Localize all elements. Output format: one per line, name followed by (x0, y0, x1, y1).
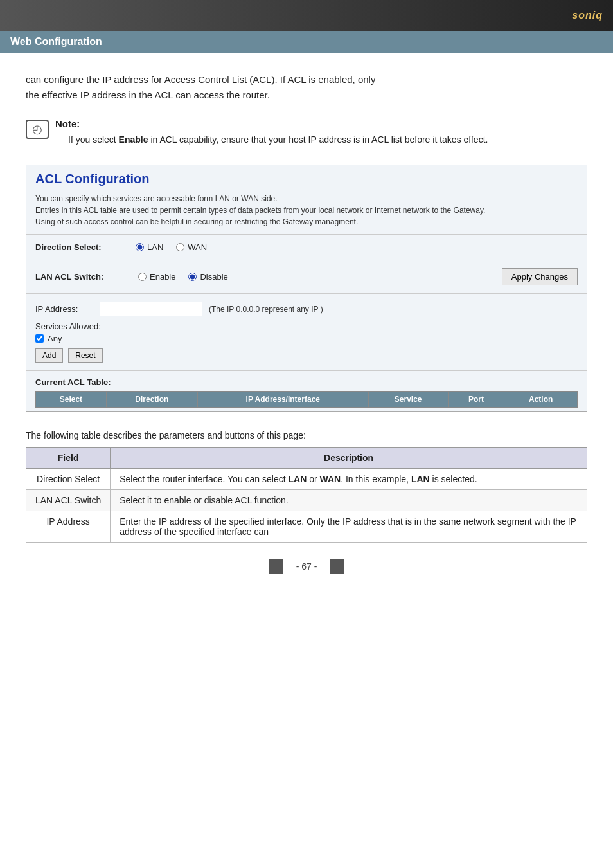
note-content: Note: If you select Enable in ACL capabi… (55, 118, 488, 147)
table-row: IP Address Enter the IP address of the s… (26, 511, 587, 543)
current-acl-table-section: Current ACL Table: Select Direction IP A… (26, 371, 587, 411)
field-ip-address: IP Address (26, 511, 111, 543)
direction-select-row: Direction Select: LAN WAN (26, 235, 587, 260)
desc-direction-select: Select the router interface. You can sel… (111, 469, 587, 490)
direction-select-label: Direction Select: (35, 242, 125, 252)
ip-address-input[interactable] (100, 302, 202, 316)
apply-changes-button[interactable]: Apply Changes (502, 268, 578, 285)
footer-square-left (269, 559, 283, 574)
lan-acl-disable-radio[interactable] (188, 273, 197, 281)
header-bar: soniq (0, 0, 613, 31)
any-checkbox-row: Any (35, 334, 578, 343)
page-footer: - 67 - (26, 549, 587, 584)
table-row: Direction Select Select the router inter… (26, 469, 587, 490)
ip-address-row: IP Address: (The IP 0.0.0.0 represent an… (35, 302, 578, 316)
table-row: LAN ACL Switch Select it to enable or di… (26, 490, 587, 511)
web-config-title: Web Configuration (10, 36, 102, 47)
col-ip-interface: IP Address/Interface (197, 392, 368, 408)
lan-acl-enable-option[interactable]: Enable (138, 272, 175, 282)
reset-button[interactable]: Reset (68, 348, 102, 363)
field-lan-acl-switch: LAN ACL Switch (26, 490, 111, 511)
main-content: can configure the IP address for Access … (0, 66, 613, 610)
field-direction-select: Direction Select (26, 469, 111, 490)
lan-acl-disable-label: Disable (200, 272, 227, 282)
web-config-bar: Web Configuration (0, 31, 613, 53)
desc-th-description: Description (111, 448, 587, 469)
note-paragraph: If you select Enable in ACL capability, … (68, 133, 488, 147)
ip-address-section: IP Address: (The IP 0.0.0.0 represent an… (26, 294, 587, 371)
footer-square-right (330, 559, 344, 574)
description-table-section: The following table describes the parame… (26, 430, 587, 543)
direction-lan-radio[interactable] (136, 243, 144, 251)
desc-lan-acl-switch: Select it to enable or disable ACL funct… (111, 490, 587, 511)
acl-description: You can specify which services are acces… (26, 190, 587, 235)
col-port: Port (448, 392, 504, 408)
desc-intro: The following table describes the parame… (26, 430, 587, 440)
lan-acl-switch-row: LAN ACL Switch: Enable Disable Apply Cha… (26, 260, 587, 294)
direction-wan-label: WAN (188, 242, 207, 252)
ip-hint: (The IP 0.0.0.0 represent any IP ) (209, 305, 323, 314)
col-direction: Direction (106, 392, 197, 408)
lan-acl-label: LAN ACL Switch: (35, 272, 125, 282)
brand-logo: soniq (572, 10, 603, 21)
services-allowed-label: Services Allowed: (35, 321, 578, 331)
col-service: Service (368, 392, 448, 408)
intro-text: can configure the IP address for Access … (26, 72, 587, 103)
col-select: Select (36, 392, 107, 408)
col-action: Action (504, 392, 578, 408)
direction-wan-option[interactable]: WAN (176, 242, 207, 252)
note-title: Note: (55, 118, 488, 129)
direction-wan-radio[interactable] (176, 243, 184, 251)
add-reset-row: Add Reset (35, 348, 578, 363)
current-acl-label: Current ACL Table: (35, 377, 578, 387)
direction-lan-option[interactable]: LAN (136, 242, 163, 252)
acl-table: Select Direction IP Address/Interface Se… (35, 391, 578, 408)
add-button[interactable]: Add (35, 348, 63, 363)
lan-acl-radio-group: Enable Disable (138, 272, 228, 282)
lan-acl-enable-label: Enable (150, 272, 175, 282)
note-box: ◴ Note: If you select Enable in ACL capa… (26, 118, 587, 147)
page-number: - 67 - (296, 561, 317, 572)
acl-panel-title: ACL Configuration (26, 165, 587, 190)
desc-ip-address: Enter the IP address of the specified in… (111, 511, 587, 543)
direction-lan-label: LAN (147, 242, 163, 252)
any-checkbox[interactable] (35, 334, 44, 343)
lan-acl-enable-radio[interactable] (138, 273, 147, 281)
acl-config-panel: ACL Configuration You can specify which … (26, 165, 587, 412)
lan-acl-disable-option[interactable]: Disable (188, 272, 227, 282)
direction-radio-group: LAN WAN (136, 242, 207, 252)
description-table: Field Description Direction Select Selec… (26, 447, 587, 543)
ip-address-label: IP Address: (35, 304, 93, 314)
any-label: Any (48, 334, 62, 343)
note-icon: ◴ (26, 120, 49, 139)
desc-th-field: Field (26, 448, 111, 469)
